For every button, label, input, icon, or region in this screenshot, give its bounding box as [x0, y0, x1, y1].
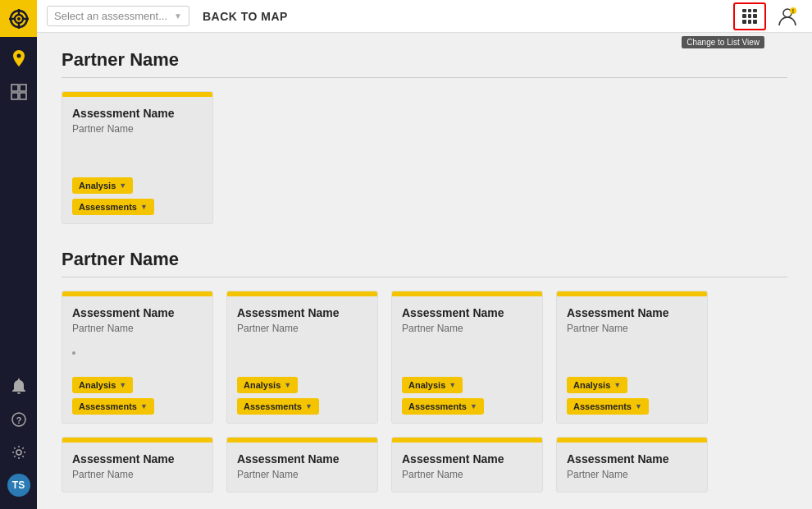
- card-footer: Analysis ▼ Assessments ▼: [392, 370, 542, 423]
- analysis-button[interactable]: Analysis ▼: [402, 377, 463, 393]
- card-partner-name: Partner Name: [567, 469, 697, 480]
- user-profile-icon[interactable]: !: [773, 2, 802, 30]
- analysis-button[interactable]: Analysis ▼: [567, 377, 627, 393]
- card-partner-name: Partner Name: [72, 323, 203, 334]
- card-title: Assessment Name: [237, 306, 367, 319]
- card-dot: [72, 351, 75, 355]
- settings-icon[interactable]: [0, 437, 37, 468]
- partner-section-2: Partner Name Assessment Name Partner Nam…: [62, 249, 787, 493]
- partner-title-1: Partner Name: [62, 49, 787, 71]
- card-footer: Analysis ▼ Assessments ▼: [227, 370, 377, 423]
- grid-view-icon: [742, 9, 757, 24]
- assessment-card-9: Assessment Name Partner Name: [556, 437, 708, 493]
- chevron-down-icon: ▼: [119, 381, 126, 389]
- card-title: Assessment Name: [402, 452, 532, 465]
- analysis-label: Analysis: [79, 380, 116, 390]
- svg-rect-9: [20, 85, 26, 91]
- card-footer: Analysis ▼ Assessments ▼: [62, 171, 212, 223]
- main-area: Select an assessment... ▼ BACK TO MAP Ch…: [37, 0, 812, 509]
- assessment-card-1: Assessment Name Partner Name Analysis ▼ …: [62, 91, 213, 224]
- assessment-card-4: Assessment Name Partner Name Analysis ▼ …: [391, 291, 543, 424]
- chevron-down-icon: ▼: [449, 381, 456, 389]
- card-body: Assessment Name Partner Name: [392, 443, 542, 492]
- grid-map-icon[interactable]: [0, 76, 37, 108]
- card-title: Assessment Name: [72, 452, 203, 465]
- analysis-label: Analysis: [408, 380, 445, 390]
- card-middle: [237, 341, 367, 365]
- sidebar-bottom: ? TS: [0, 371, 37, 509]
- chevron-down-icon: ▼: [470, 402, 477, 410]
- card-body: Assessment Name Partner Name: [227, 296, 377, 370]
- sidebar: ? TS: [0, 0, 37, 509]
- assessments-button[interactable]: Assessments ▼: [402, 398, 484, 415]
- help-icon[interactable]: ?: [0, 404, 37, 435]
- assessments-button[interactable]: Assessments ▼: [72, 398, 154, 415]
- svg-rect-10: [11, 93, 18, 99]
- svg-text:!: !: [792, 8, 794, 14]
- card-footer: Analysis ▼ Assessments ▼: [557, 370, 707, 423]
- assessment-card-2: Assessment Name Partner Name Analysis ▼ …: [62, 291, 213, 424]
- svg-rect-11: [20, 93, 26, 99]
- analysis-label: Analysis: [573, 380, 610, 390]
- back-to-map-button[interactable]: BACK TO MAP: [203, 10, 288, 23]
- card-title: Assessment Name: [567, 452, 697, 465]
- svg-rect-8: [11, 85, 18, 91]
- topbar: Select an assessment... ▼ BACK TO MAP Ch…: [37, 0, 812, 33]
- card-partner-name: Partner Name: [402, 323, 532, 334]
- card-title: Assessment Name: [402, 306, 532, 319]
- card-partner-name: Partner Name: [72, 123, 203, 135]
- card-title: Assessment Name: [72, 306, 203, 319]
- assessments-button[interactable]: Assessments ▼: [72, 199, 154, 215]
- card-body: Assessment Name Partner Name: [392, 296, 542, 370]
- card-title: Assessment Name: [72, 107, 203, 120]
- avatar[interactable]: TS: [0, 470, 37, 501]
- card-middle: [402, 341, 532, 365]
- card-partner-name: Partner Name: [237, 323, 367, 334]
- partner-title-2: Partner Name: [62, 249, 787, 270]
- chevron-down-icon: ▼: [614, 381, 621, 389]
- assessment-select[interactable]: Select an assessment... ▼: [47, 6, 189, 26]
- chevron-down-icon: ▼: [140, 203, 148, 211]
- card-partner-name: Partner Name: [567, 323, 697, 334]
- assessments-label: Assessments: [408, 401, 467, 411]
- chevron-down-icon: ▼: [635, 402, 642, 410]
- cards-grid-1: Assessment Name Partner Name Analysis ▼ …: [62, 91, 787, 224]
- assessments-label: Assessments: [573, 401, 632, 411]
- analysis-label: Analysis: [79, 181, 116, 190]
- chevron-down-icon: ▼: [305, 402, 312, 410]
- chevron-down-icon: ▼: [284, 381, 291, 389]
- location-pin-icon[interactable]: [0, 44, 37, 75]
- assessment-card-6: Assessment Name Partner Name: [62, 437, 213, 493]
- card-body: Assessment Name Partner Name: [227, 443, 377, 492]
- card-body: Assessment Name Partner Name: [557, 296, 707, 370]
- analysis-button[interactable]: Analysis ▼: [72, 177, 133, 194]
- assessments-label: Assessments: [244, 401, 302, 411]
- topbar-right: Change to List View !: [733, 2, 802, 30]
- card-middle: [72, 341, 203, 365]
- chevron-down-icon: ▼: [174, 11, 182, 21]
- card-partner-name: Partner Name: [402, 469, 532, 480]
- assessment-card-3: Assessment Name Partner Name Analysis ▼ …: [226, 291, 378, 424]
- analysis-label: Analysis: [244, 380, 281, 390]
- card-body: Assessment Name Partner Name: [62, 443, 212, 492]
- logo[interactable]: [0, 0, 37, 37]
- card-title: Assessment Name: [237, 452, 367, 465]
- card-footer: Analysis ▼ Assessments ▼: [62, 370, 212, 423]
- view-toggle-button[interactable]: Change to List View: [733, 2, 766, 30]
- card-partner-name: Partner Name: [72, 469, 203, 480]
- assessments-label: Assessments: [79, 401, 137, 411]
- analysis-button[interactable]: Analysis ▼: [72, 377, 133, 393]
- svg-point-2: [17, 17, 21, 21]
- assessment-select-placeholder: Select an assessment...: [54, 10, 167, 22]
- content-area: Partner Name Assessment Name Partner Nam…: [37, 33, 812, 509]
- card-middle: [72, 141, 203, 166]
- assessments-button[interactable]: Assessments ▼: [567, 398, 649, 415]
- assessments-button[interactable]: Assessments ▼: [237, 398, 319, 415]
- analysis-button[interactable]: Analysis ▼: [237, 377, 298, 393]
- bell-icon[interactable]: [0, 371, 37, 402]
- partner-divider-2: [62, 277, 787, 277]
- card-title: Assessment Name: [567, 306, 697, 319]
- svg-text:?: ?: [16, 415, 21, 425]
- partner-divider-1: [62, 77, 787, 78]
- card-body: Assessment Name Partner Name: [62, 296, 212, 370]
